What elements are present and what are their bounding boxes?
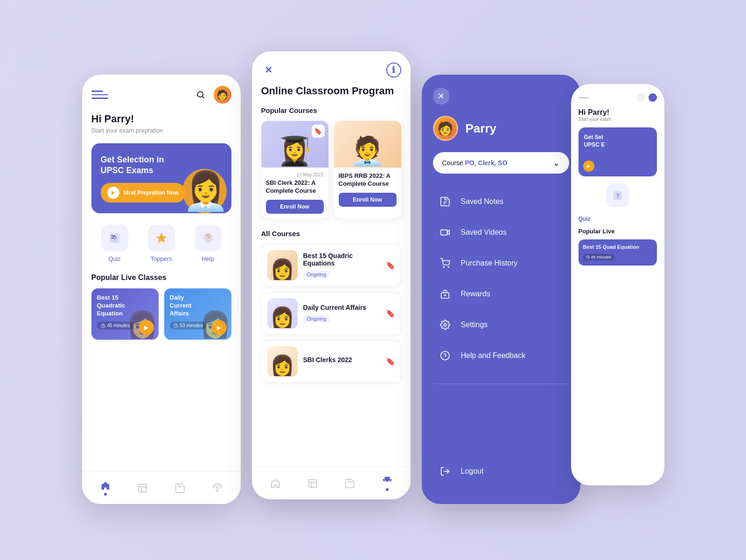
bookmark-sbi[interactable]: 🔖 <box>312 125 325 138</box>
ibps-card-image: 🧑‍💼 <box>334 121 401 168</box>
promo-banner[interactable]: Get Selection in UPSC Exams ▶ Strat Prep… <box>91 143 231 213</box>
svg-point-15 <box>448 266 449 267</box>
banner-cta-label: Strat Prepration Now <box>123 189 179 196</box>
nav-home[interactable] <box>100 481 111 496</box>
quick-link-quiz[interactable]: ? Quiz <box>101 224 128 262</box>
menu-rewards[interactable]: Rewards <box>433 280 569 308</box>
quadratic-status: Ongoing <box>303 271 330 278</box>
toppers-icon <box>148 224 175 252</box>
courses-nav-book[interactable] <box>307 478 318 489</box>
course-item-sbi-clerks[interactable]: 👩 SBI Clerks 2022 🔖 <box>261 340 401 383</box>
help-feedback-icon <box>437 347 453 364</box>
help-icon <box>195 224 222 252</box>
mini-play-icon: ▶ <box>583 161 594 172</box>
dropdown-arrow-icon: ⌄ <box>553 158 560 168</box>
sbi-card-image: 🔖 👩‍🎓 <box>261 121 328 168</box>
profile-close-button[interactable]: ✕ <box>433 88 450 105</box>
courses-nav-notes[interactable] <box>345 478 355 489</box>
quiz-label: Quiz <box>108 255 121 262</box>
sbi-date: 12 May 2022 <box>266 172 324 177</box>
mini-quiz-icon: ? <box>606 184 629 207</box>
bookmark-current-affairs[interactable]: 🔖 <box>386 309 395 318</box>
live-class-current-affairs[interactable]: Daily Current Affairs 53 minutes 👩 ▶ <box>164 288 231 340</box>
menu-saved-videos[interactable]: Saved Videos <box>433 218 569 246</box>
search-button[interactable] <box>193 87 208 102</box>
svg-rect-11 <box>139 484 146 492</box>
enroll-ibps-button[interactable]: Enroll Now <box>339 193 397 207</box>
toppers-label: Toppers <box>150 255 172 262</box>
svg-point-8 <box>207 240 208 241</box>
info-button[interactable]: ℹ <box>386 63 401 77</box>
quadratic-name: Best 15 Quadric Equations <box>303 252 380 267</box>
svg-text:?: ? <box>616 192 619 199</box>
svg-rect-13 <box>440 230 447 235</box>
mini-live-duration: 45 minutes <box>583 254 614 260</box>
course-item-current-affairs[interactable]: 👩 Daily Current Affairs Ongoing 🔖 <box>261 292 401 335</box>
popular-course-ibps[interactable]: 🧑‍💼 IBPS RRB 2022: A Complete Course Enr… <box>334 121 401 218</box>
user-avatar[interactable]: 🧑 <box>214 86 231 104</box>
live-class-quadratic[interactable]: Best 15 Quadratic Equation 45 minutes 👩 … <box>91 288 159 340</box>
quiz-icon: ? <box>101 224 128 252</box>
close-button[interactable]: ✕ <box>261 63 276 77</box>
logout-label: Logout <box>461 467 484 476</box>
saved-notes-icon <box>437 193 453 210</box>
bookmark-sbi-clerks[interactable]: 🔖 <box>386 357 395 366</box>
nav-notes[interactable] <box>175 483 185 493</box>
mini-popular-title: Popular Live <box>579 228 657 235</box>
svg-point-18 <box>440 351 449 360</box>
hamburger-menu-icon[interactable] <box>91 86 108 103</box>
nav-courses[interactable] <box>138 483 148 493</box>
mini-live-title: Best 15 Quad Equation <box>583 244 652 250</box>
enroll-sbi-button[interactable]: Enroll Now <box>266 200 324 214</box>
profile-menu-list: Saved Notes Saved Videos Purchase Histor… <box>433 188 569 370</box>
svg-rect-12 <box>308 479 316 487</box>
mini-live-card: Best 15 Quad Equation 45 minutes <box>579 239 657 266</box>
courses-nav-trophy[interactable] <box>382 476 392 491</box>
svg-rect-4 <box>111 235 115 236</box>
popular-classes-title: Popular Live Classes <box>91 273 231 282</box>
start-prep-button[interactable]: ▶ Strat Prepration Now <box>101 183 185 203</box>
help-feedback-label: Help and Feedback <box>461 351 526 360</box>
svg-point-17 <box>444 323 446 326</box>
page-title-courses: Online Classroom Program <box>261 85 401 97</box>
quadratic-thumb: 👩 <box>267 250 298 280</box>
greeting-title: Hi Parry! <box>91 113 231 125</box>
quick-link-toppers[interactable]: Toppers <box>148 224 175 262</box>
quadratic-info: Best 15 Quadric Equations Ongoing <box>303 252 380 278</box>
svg-marker-6 <box>156 232 167 243</box>
svg-point-0 <box>197 91 203 97</box>
course-item-quadratic[interactable]: 👩 Best 15 Quadric Equations Ongoing 🔖 <box>261 244 401 287</box>
popular-courses-title: Popular Courses <box>261 106 401 114</box>
bookmark-quadratic[interactable]: 🔖 <box>386 261 395 270</box>
rewards-icon <box>437 286 453 302</box>
menu-settings[interactable]: Settings <box>433 311 569 339</box>
nav-active-indicator <box>104 493 107 496</box>
banner-title: Get Selection in UPSC Exams <box>101 154 167 176</box>
menu-saved-notes[interactable]: Saved Notes <box>433 188 569 216</box>
menu-purchase-history[interactable]: Purchase History <box>433 249 569 277</box>
phone-background-partial: Hi Parry! Start your exam Get SelUPSC E … <box>571 84 664 485</box>
mini-sub: Start your exam <box>579 117 657 122</box>
current-affairs-thumb: 👩 <box>267 298 298 329</box>
svg-point-14 <box>443 266 444 267</box>
nav-trophy[interactable] <box>212 483 223 493</box>
right-phone-group: ✕ 🧑 Parry Course PO, Clerk, SO ⌄ Saved N… <box>422 56 664 504</box>
help-label: Help <box>202 255 214 262</box>
dropdown-value: PO, Clerk, SO <box>465 159 508 167</box>
course-dropdown[interactable]: Course PO, Clerk, SO ⌄ <box>433 152 569 174</box>
popular-course-sbi[interactable]: 🔖 👩‍🎓 12 May 2022 SBI Clerk 2022: A Comp… <box>261 121 328 218</box>
sbi-course-title: SBI Clerk 2022: A Complete Course <box>266 179 324 195</box>
logout-item[interactable]: Logout <box>433 457 488 485</box>
svg-rect-5 <box>111 238 114 238</box>
play-button-1[interactable]: ▶ <box>139 320 154 335</box>
quick-link-help[interactable]: Help <box>195 224 222 262</box>
courses-bottom-nav <box>252 467 411 499</box>
quadratic-person: 👩 <box>270 258 294 280</box>
saved-videos-icon <box>437 224 453 241</box>
popular-courses-list: 🔖 👩‍🎓 12 May 2022 SBI Clerk 2022: A Comp… <box>261 121 401 218</box>
play-button-2[interactable]: ▶ <box>212 320 227 335</box>
live-class-duration-1: 45 minutes <box>97 322 134 329</box>
menu-help-feedback[interactable]: Help and Feedback <box>433 342 569 370</box>
courses-nav-home[interactable] <box>270 478 280 489</box>
play-icon: ▶ <box>107 187 119 199</box>
